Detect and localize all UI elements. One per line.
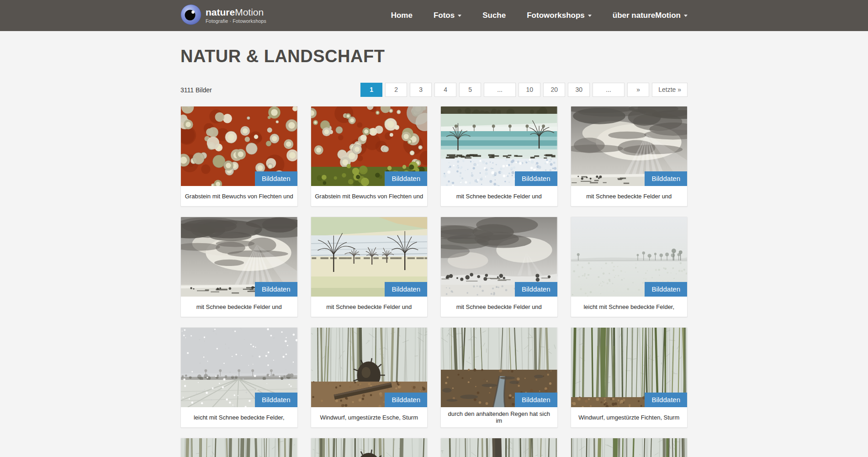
bilddaten-button[interactable]: Bilddaten bbox=[645, 393, 687, 407]
pagination-button[interactable]: 5 bbox=[459, 83, 481, 97]
photo-thumbnail[interactable]: Bilddaten bbox=[181, 217, 297, 297]
pagination-button[interactable]: Letzte » bbox=[652, 83, 688, 97]
content-area: NATUR & LANDSCHAFT 3111 Bilder 12345...1… bbox=[174, 47, 694, 457]
photo-card: Bilddatenleicht mit Schnee bedeckte Feld… bbox=[180, 327, 298, 428]
page-title: NATUR & LANDSCHAFT bbox=[180, 47, 688, 66]
nav-item-label: Suche bbox=[482, 11, 506, 20]
bilddaten-button[interactable]: Bilddaten bbox=[645, 282, 687, 297]
photo-thumbnail[interactable]: Bilddaten bbox=[571, 328, 688, 407]
photo-thumbnail[interactable]: Bilddaten bbox=[441, 328, 557, 407]
photo-thumbnail[interactable]: Bilddaten bbox=[311, 328, 428, 407]
nav-item-fotos[interactable]: Fotos bbox=[434, 11, 461, 20]
bilddaten-button[interactable]: Bilddaten bbox=[645, 171, 687, 186]
photo-card: Bilddaten bbox=[571, 438, 688, 457]
eye-logo-icon bbox=[180, 4, 201, 27]
photo-thumbnail[interactable]: Bilddaten bbox=[311, 106, 428, 186]
pagination-button[interactable]: » bbox=[627, 83, 649, 97]
nav-item-fotoworkshops[interactable]: Fotoworkshops bbox=[527, 11, 592, 20]
nav-item-label: Home bbox=[391, 11, 413, 20]
brand-name: natureMotion bbox=[206, 7, 266, 17]
image-count: 3111 Bilder bbox=[180, 86, 212, 94]
photo-grid: BilddatenGrabstein mit Bewuchs von Flech… bbox=[180, 106, 688, 457]
bilddaten-button[interactable]: Bilddaten bbox=[255, 282, 297, 297]
photo-caption: mit Schnee bedeckte Felder und bbox=[441, 186, 557, 206]
photo-card: BilddatenGrabstein mit Bewuchs von Flech… bbox=[180, 106, 298, 207]
brand-tagline: Fotografie · Fotoworkshops bbox=[206, 19, 266, 24]
photo-caption: Grabstein mit Bewuchs von Flechten und bbox=[311, 186, 428, 206]
bilddaten-button[interactable]: Bilddaten bbox=[255, 393, 297, 407]
photo-thumbnail[interactable]: Bilddaten bbox=[571, 217, 688, 297]
brand-logo[interactable]: natureMotion Fotografie · Fotoworkshops bbox=[180, 4, 266, 27]
photo-card: Bilddaten bbox=[180, 438, 298, 457]
photo-caption: leicht mit Schnee bedeckte Felder, bbox=[571, 297, 688, 317]
bilddaten-button[interactable]: Bilddaten bbox=[255, 171, 297, 186]
pagination: 12345...102030...»Letzte » bbox=[358, 83, 688, 97]
navbar: natureMotion Fotografie · Fotoworkshops … bbox=[0, 0, 868, 31]
photo-card: Bilddatendurch den anhaltenden Regen hat… bbox=[440, 327, 558, 428]
photo-card: Bilddatenmit Schnee bedeckte Felder und bbox=[440, 106, 558, 207]
nav-item-suche[interactable]: Suche bbox=[482, 11, 506, 20]
photo-card: Bilddatenmit Schnee bedeckte Felder und bbox=[440, 217, 558, 317]
photo-card: Bilddatenleicht mit Schnee bedeckte Feld… bbox=[571, 217, 688, 317]
bilddaten-button[interactable]: Bilddaten bbox=[515, 171, 557, 186]
pagination-button[interactable]: 3 bbox=[410, 83, 432, 97]
photo-caption: Windwurf, umgestürzte Esche, Sturm bbox=[311, 407, 428, 427]
photo-caption: mit Schnee bedeckte Felder und bbox=[441, 297, 557, 317]
photo-caption: durch den anhaltenden Regen hat sich im bbox=[441, 407, 557, 427]
chevron-down-icon bbox=[458, 15, 461, 17]
nav-item-home[interactable]: Home bbox=[391, 11, 413, 20]
nav-item-label: Fotos bbox=[434, 11, 455, 20]
photo-card: Bilddatenmit Schnee bedeckte Felder und bbox=[180, 217, 298, 317]
chevron-down-icon bbox=[588, 15, 592, 17]
photo-thumbnail[interactable]: Bilddaten bbox=[181, 328, 297, 407]
pagination-page-current[interactable]: 1 bbox=[360, 83, 382, 97]
photo-caption: Grabstein mit Bewuchs von Flechten und bbox=[181, 186, 297, 206]
photo-thumbnail[interactable]: Bilddaten bbox=[311, 438, 428, 457]
pagination-button[interactable]: 4 bbox=[434, 83, 456, 97]
photo-thumbnail[interactable]: Bilddaten bbox=[311, 217, 428, 297]
pagination-button[interactable]: 30 bbox=[568, 83, 590, 97]
photo-card: Bilddaten bbox=[440, 438, 558, 457]
pagination-button[interactable]: ... bbox=[484, 83, 516, 97]
photo-thumbnail[interactable]: Bilddaten bbox=[441, 438, 557, 457]
photo-caption: mit Schnee bedeckte Felder und bbox=[181, 297, 297, 317]
pagination-button[interactable]: 20 bbox=[543, 83, 565, 97]
nav-item-label: über natureMotion bbox=[613, 11, 681, 20]
photo-thumbnail[interactable]: Bilddaten bbox=[181, 438, 297, 457]
photo-caption: Windwurf, umgestürzte Fichten, Sturm bbox=[571, 407, 688, 427]
photo-thumbnail[interactable]: Bilddaten bbox=[181, 106, 297, 186]
main-nav: HomeFotosSucheFotoworkshopsüber natureMo… bbox=[391, 11, 688, 20]
photo-thumbnail[interactable]: Bilddaten bbox=[441, 217, 557, 297]
photo-card: BilddatenWindwurf, umgestürzte Esche, St… bbox=[311, 327, 428, 428]
bilddaten-button[interactable]: Bilddaten bbox=[515, 393, 557, 407]
nav-item--ber-naturemotion[interactable]: über natureMotion bbox=[613, 11, 688, 20]
photo-caption: leicht mit Schnee bedeckte Felder, bbox=[181, 407, 297, 427]
photo-thumbnail[interactable]: Bilddaten bbox=[571, 106, 688, 186]
pagination-button[interactable]: ... bbox=[593, 83, 625, 97]
photo-card: Bilddatenmit Schnee bedeckte Felder und bbox=[571, 106, 688, 207]
photo-card: Bilddaten bbox=[311, 438, 428, 457]
photo-thumbnail[interactable]: Bilddaten bbox=[441, 106, 557, 186]
photo-card: BilddatenGrabstein mit Bewuchs von Flech… bbox=[311, 106, 428, 207]
photo-caption: mit Schnee bedeckte Felder und bbox=[311, 297, 428, 317]
bilddaten-button[interactable]: Bilddaten bbox=[515, 282, 557, 297]
photo-caption: mit Schnee bedeckte Felder und bbox=[571, 186, 688, 206]
bilddaten-button[interactable]: Bilddaten bbox=[385, 393, 427, 407]
photo-card: Bilddatenmit Schnee bedeckte Felder und bbox=[311, 217, 428, 317]
bilddaten-button[interactable]: Bilddaten bbox=[385, 282, 427, 297]
photo-card: BilddatenWindwurf, umgestürzte Fichten, … bbox=[571, 327, 688, 428]
photo-thumbnail[interactable]: Bilddaten bbox=[571, 438, 688, 457]
bilddaten-button[interactable]: Bilddaten bbox=[385, 171, 427, 186]
pagination-button[interactable]: 2 bbox=[385, 83, 407, 97]
chevron-down-icon bbox=[684, 15, 688, 17]
pagination-button[interactable]: 10 bbox=[519, 83, 540, 97]
nav-item-label: Fotoworkshops bbox=[527, 11, 585, 20]
